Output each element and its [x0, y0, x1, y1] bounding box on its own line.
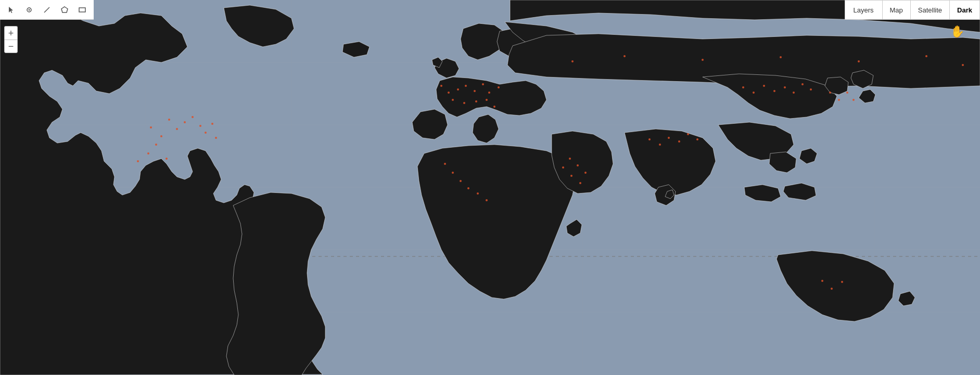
world-map [0, 0, 980, 375]
svg-point-27 [440, 85, 442, 87]
svg-point-46 [569, 158, 571, 160]
svg-point-26 [166, 158, 168, 160]
svg-point-48 [584, 172, 587, 174]
map-type-dark-button[interactable]: Dark [949, 0, 980, 20]
svg-marker-84 [61, 7, 68, 12]
svg-point-53 [659, 144, 661, 146]
layers-button[interactable]: Layers [845, 0, 882, 20]
svg-marker-80 [9, 7, 13, 13]
svg-point-39 [493, 106, 495, 108]
svg-point-59 [753, 92, 755, 94]
svg-point-37 [475, 100, 477, 102]
svg-point-19 [205, 132, 207, 134]
svg-point-13 [168, 119, 170, 121]
zoom-in-button[interactable]: + [4, 26, 18, 40]
svg-point-64 [801, 83, 804, 85]
svg-point-49 [562, 166, 564, 169]
svg-point-40 [444, 163, 446, 165]
point-tool-button[interactable] [21, 2, 37, 18]
svg-point-50 [570, 175, 572, 177]
svg-point-21 [215, 137, 217, 139]
svg-point-78 [831, 288, 833, 290]
svg-point-17 [192, 116, 194, 118]
svg-point-62 [784, 86, 786, 88]
svg-point-71 [925, 55, 927, 57]
svg-point-25 [147, 152, 149, 154]
svg-point-31 [474, 90, 476, 92]
svg-point-77 [821, 280, 823, 282]
svg-point-16 [160, 135, 162, 137]
svg-point-43 [467, 187, 469, 189]
svg-rect-85 [79, 8, 85, 12]
svg-point-55 [678, 140, 680, 143]
svg-point-23 [155, 144, 157, 146]
svg-point-79 [841, 281, 843, 283]
svg-point-38 [486, 99, 488, 101]
svg-point-42 [460, 180, 462, 182]
svg-point-30 [465, 85, 467, 87]
rectangle-tool-button[interactable] [74, 2, 91, 18]
svg-point-18 [199, 125, 201, 127]
toolbar [0, 0, 94, 20]
svg-point-56 [687, 133, 689, 135]
svg-point-69 [780, 56, 782, 58]
zoom-out-button[interactable]: − [4, 40, 18, 53]
svg-point-76 [852, 99, 855, 101]
svg-point-24 [137, 160, 139, 162]
svg-point-70 [858, 60, 860, 62]
svg-point-60 [763, 85, 765, 87]
polygon-tool-button[interactable] [56, 2, 73, 18]
svg-point-66 [571, 60, 574, 62]
svg-point-34 [498, 86, 500, 88]
svg-point-68 [702, 59, 704, 61]
svg-point-63 [793, 92, 795, 94]
svg-point-57 [696, 138, 698, 140]
svg-point-54 [668, 137, 670, 139]
svg-point-65 [810, 88, 812, 90]
svg-point-82 [29, 9, 30, 10]
map-type-map-button[interactable]: Map [882, 0, 910, 20]
cursor-tool-button[interactable] [3, 2, 20, 18]
top-right-controls: Layers Map Satellite Dark [845, 0, 981, 20]
svg-point-58 [742, 86, 744, 88]
svg-point-14 [176, 128, 178, 130]
svg-point-74 [838, 99, 840, 101]
svg-point-35 [452, 99, 454, 101]
svg-point-61 [773, 90, 775, 92]
svg-point-44 [477, 192, 479, 195]
map-type-satellite-button[interactable]: Satellite [910, 0, 949, 20]
svg-point-15 [184, 121, 186, 123]
svg-point-67 [623, 55, 626, 57]
svg-point-72 [962, 64, 964, 66]
svg-point-29 [457, 88, 459, 90]
line-tool-button[interactable] [39, 2, 55, 18]
svg-point-36 [463, 102, 465, 104]
zoom-controls: + − [4, 26, 18, 53]
svg-point-73 [829, 92, 831, 94]
map-container[interactable]: + − Layers Map Satellite Dark ✋ [0, 0, 980, 375]
svg-point-22 [150, 126, 152, 128]
svg-point-45 [486, 199, 488, 201]
svg-point-32 [482, 83, 484, 85]
svg-line-83 [44, 7, 49, 12]
svg-point-47 [577, 164, 579, 166]
svg-point-41 [452, 172, 454, 174]
svg-point-51 [579, 182, 581, 184]
svg-point-75 [846, 92, 848, 94]
svg-point-20 [211, 123, 213, 125]
svg-point-28 [448, 92, 450, 94]
svg-point-52 [648, 138, 651, 140]
svg-point-33 [488, 92, 490, 94]
